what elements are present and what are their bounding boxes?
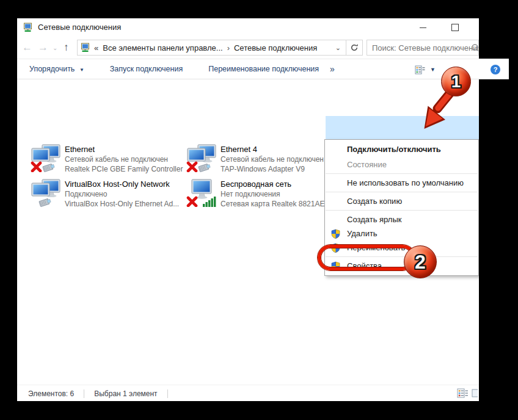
connection-status: Сетевой кабель не подключен (221, 154, 324, 164)
address-bar-row: ← → ⌄ ↑ « Все элементы панели управле...… (17, 37, 479, 59)
forward-icon[interactable]: → (38, 37, 48, 59)
connection-name: Беспроводная сеть (221, 179, 334, 189)
minimize-button[interactable] (409, 18, 437, 37)
back-icon[interactable]: ← (22, 37, 32, 59)
minimize-icon (420, 27, 426, 28)
large-icons-view-toggle-icon[interactable] (472, 388, 478, 398)
titlebar: Сетевые подключения (17, 18, 479, 37)
menu-item-connect-disconnect[interactable]: Подключить/отключить (325, 142, 478, 158)
ethernet-connected-icon (31, 179, 61, 207)
address-box[interactable]: « Все элементы панели управле... › Сетев… (77, 40, 363, 56)
breadcrumb-collapse[interactable]: « (94, 43, 98, 52)
ethernet-disconnected-icon (31, 144, 61, 172)
address-dropdown-icon[interactable]: ⌄ (335, 44, 341, 52)
help-icon[interactable]: ? (491, 65, 500, 74)
organize-menu-button[interactable]: Упорядочить ▼ (24, 62, 89, 76)
maximize-icon (451, 24, 459, 31)
menu-item-status: Состояние (325, 158, 478, 172)
connection-device: VirtualBox Host-Only Ethernet Ad... (65, 199, 179, 209)
connection-device: TAP-Windows Adapter V9 (221, 164, 324, 174)
rename-connection-button[interactable]: Переименование подключения (203, 62, 324, 76)
status-bar: Элементов: 6 Выбран 1 элемент (17, 385, 479, 401)
network-connection-icon (23, 23, 33, 32)
connection-item-wireless[interactable]: Беспроводная сеть Нет подключения Сетева… (186, 179, 334, 209)
organize-label: Упорядочить (29, 65, 75, 73)
view-dropdown-icon[interactable]: ▼ (430, 67, 436, 73)
search-placeholder: Поиск: Сетевые подключения (367, 43, 479, 52)
window-title: Сетевые подключения (38, 18, 121, 37)
connection-item-virtualbox[interactable]: VirtualBox Host-Only Network Подключено … (31, 179, 179, 209)
menu-item-delete[interactable]: Удалить (325, 226, 478, 241)
maximize-button[interactable] (441, 18, 469, 37)
items-count: Элементов: 6 (28, 389, 74, 398)
breadcrumb-root[interactable]: Все элементы панели управле... (103, 43, 222, 52)
connection-item-ethernet[interactable]: Ethernet Сетевой кабель не подключен Rea… (31, 144, 183, 174)
search-box[interactable]: Поиск: Сетевые подключения (367, 40, 479, 56)
toolbar-overflow-icon[interactable]: » (325, 62, 340, 76)
change-view-icon[interactable] (415, 65, 425, 74)
menu-separator (326, 192, 478, 192)
details-view-toggle-icon[interactable] (457, 388, 468, 398)
ethernet-disconnected-icon (186, 144, 217, 172)
breadcrumb-separator-icon: › (227, 43, 230, 52)
refresh-icon (350, 43, 359, 52)
connection-name: Ethernet 4 (221, 145, 324, 154)
connection-device: Realtek PCIe GBE Family Controller (65, 164, 183, 174)
start-connection-button[interactable]: Запуск подключения (105, 62, 188, 76)
selection-count: Выбран 1 элемент (94, 389, 157, 398)
organize-dropdown-icon: ▼ (79, 67, 84, 73)
connection-item-ethernet4[interactable]: Ethernet 4 Сетевой кабель не подключен T… (186, 144, 324, 174)
step2-highlight-rectangle (318, 245, 415, 270)
address-location-icon (81, 43, 90, 52)
step1-badge: 1 (441, 67, 471, 96)
recent-locations-icon[interactable]: ⌄ (53, 37, 57, 59)
breadcrumb-current[interactable]: Сетевые подключения (234, 43, 317, 52)
up-icon[interactable]: ↑ (64, 37, 69, 59)
menu-item-create-shortcut[interactable]: Создать ярлык (325, 212, 478, 226)
selection-highlight (326, 116, 479, 139)
command-toolbar: Упорядочить ▼ Запуск подключения Переиме… (17, 59, 509, 79)
menu-item-label: Удалить (347, 229, 378, 238)
connection-name: VirtualBox Host-Only Network (65, 179, 179, 189)
connection-status: Сетевой кабель не подключен (65, 154, 183, 164)
connection-device: Сетевая карта Realtek 8821AE W (221, 199, 334, 209)
refresh-button[interactable] (346, 40, 362, 55)
wifi-disconnected-icon (186, 179, 217, 207)
connection-status: Нет подключения (221, 189, 334, 199)
menu-separator (326, 210, 478, 211)
step2-badge: 2 (404, 245, 437, 278)
search-icon (471, 43, 479, 53)
menu-separator (326, 173, 478, 174)
connection-status: Подключено (65, 189, 179, 199)
connection-name: Ethernet (65, 145, 183, 154)
uac-shield-icon (331, 229, 340, 239)
screenshot-canvas: { "titlebar": { "title": "Сетевые подклю… (0, 0, 518, 420)
menu-item-create-copy[interactable]: Создать копию (325, 194, 478, 208)
menu-item-no-default[interactable]: Не использовать по умолчанию (325, 176, 478, 190)
